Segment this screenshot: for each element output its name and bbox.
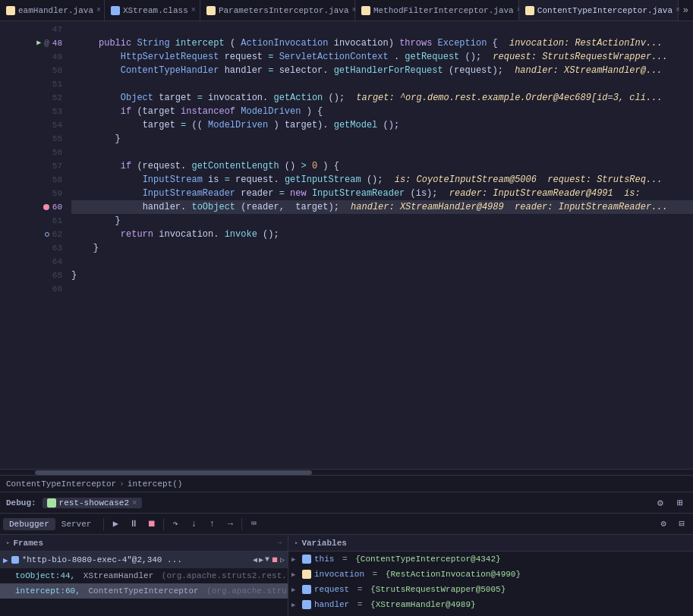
- tab-eamhandler[interactable]: eamHandler.java ×: [0, 0, 105, 20]
- debug-body: ▸ Frames → ▶ *http-bio-8080-exec-4"@2,34…: [0, 535, 693, 616]
- tab-methodfilterinterceptor[interactable]: MethodFilterInterceptor.java ×: [355, 0, 519, 20]
- tab-server[interactable]: Server: [55, 518, 98, 530]
- step-over-btn[interactable]: ↷: [167, 516, 184, 533]
- eval-btn[interactable]: ⌨: [245, 516, 262, 533]
- debug-title: Debug:: [6, 498, 36, 508]
- frames-panel-header: ▸ Frames →: [0, 535, 288, 552]
- resume-btn[interactable]: ▶: [107, 516, 124, 533]
- breakpoint-60[interactable]: [43, 204, 49, 210]
- thread-resume-btn[interactable]: ▷: [280, 555, 285, 564]
- var-expand-handler[interactable]: ▶: [291, 601, 299, 609]
- frame-entry-intercept[interactable]: intercept:60, ContentTypeInterceptor (or…: [0, 583, 288, 599]
- code-line-54: target = (( ModelDriven ) target). getMo…: [71, 118, 693, 132]
- frame-class: XStreamHandler: [78, 571, 153, 580]
- variables-panel-title: Variables: [301, 539, 346, 548]
- step-out-btn[interactable]: ↑: [203, 516, 220, 533]
- line-num-60: 60: [52, 200, 62, 214]
- var-entry-invocation[interactable]: ▶ invocation = {RestActionInvocation@499…: [288, 567, 693, 582]
- line-num-47: 47: [52, 23, 62, 36]
- var-type-icon-request: [302, 585, 311, 594]
- var-expand-this[interactable]: ▶: [291, 555, 299, 564]
- tab-contenttypeinterceptor[interactable]: ContentTypeInterceptor.java ×: [519, 0, 679, 20]
- tab-label: MethodFilterInterceptor.java: [373, 6, 514, 15]
- restore-layout-btn[interactable]: ⊟: [673, 516, 690, 533]
- stop-btn[interactable]: ⏹: [143, 516, 160, 533]
- toolbar-sep2: [163, 518, 164, 530]
- thread-entry[interactable]: ▶ *http-bio-8080-exec-4"@2,340 ... ◀ ▶ ▼…: [0, 552, 288, 568]
- breadcrumb-class: ContentTypeInterceptor: [6, 479, 116, 489]
- breadcrumb-separator: ›: [119, 479, 124, 489]
- tab-close-xstream[interactable]: ×: [191, 5, 196, 16]
- editor-scrollbar-h[interactable]: [0, 469, 693, 475]
- thread-name: *http-bio-8080-exec-4"@2,340 ...: [22, 555, 182, 564]
- debug-session-close[interactable]: ×: [132, 498, 137, 508]
- thread-icon: ▶: [3, 555, 8, 565]
- code-line-49: HttpServletRequest request = ServletActi…: [71, 50, 693, 64]
- debug-session-tab[interactable]: rest-showcase2 ×: [43, 498, 142, 508]
- line-num-59: 59: [52, 187, 62, 200]
- debug-session-name: rest-showcase2: [59, 498, 129, 508]
- java-file-icon: [6, 6, 15, 15]
- var-eq-this: =: [337, 555, 352, 564]
- code-line-66: [71, 282, 693, 296]
- line-number-gutter: 47 ▶ @ 48 49 50 51 52 53 54 55 56 57 58 …: [0, 21, 68, 469]
- frame-method2: intercept:60,: [15, 586, 80, 596]
- var-entry-request[interactable]: ▶ request = {StrutsRequestWrapper@5005}: [288, 582, 693, 597]
- pause-btn[interactable]: ⏸: [125, 516, 142, 533]
- var-type-icon-invocation: [302, 570, 311, 579]
- tab-xstream[interactable]: XStream.class ×: [105, 0, 200, 20]
- code-line-65: }: [71, 269, 693, 282]
- code-line-52: Object target = invocation. getAction ()…: [71, 91, 693, 105]
- line-num-63: 63: [52, 241, 62, 255]
- tab-label: ContentTypeInterceptor.java: [537, 6, 673, 15]
- thread-prev-btn[interactable]: ◀: [253, 555, 257, 564]
- tab-overflow-btn[interactable]: »: [679, 0, 693, 20]
- tab-bar: eamHandler.java × XStream.class × Parame…: [0, 0, 693, 21]
- var-expand-invocation[interactable]: ▶: [291, 570, 299, 579]
- thread-down-btn[interactable]: ▼: [265, 555, 269, 564]
- frames-panel: ▸ Frames → ▶ *http-bio-8080-exec-4"@2,34…: [0, 535, 288, 616]
- tab-close-eamhandler[interactable]: ×: [96, 5, 101, 16]
- code-line-48: public String intercept ( ActionInvocati…: [71, 36, 693, 50]
- tab-label: ParametersInterceptor.java: [219, 6, 349, 15]
- thread-next-btn[interactable]: ▶: [259, 555, 263, 564]
- line-num-62: 62: [52, 228, 62, 241]
- var-type-icon-this: [302, 555, 311, 564]
- debug-panel: Debug: rest-showcase2 × ⚙ ⊞ Debugger Ser…: [0, 492, 693, 616]
- line-num-58: 58: [52, 173, 62, 187]
- step-into-btn[interactable]: ↓: [185, 516, 202, 533]
- line-num-61: 61: [52, 214, 62, 228]
- tab-debugger[interactable]: Debugger: [3, 518, 55, 530]
- java-file-icon: [206, 6, 216, 15]
- var-expand-request[interactable]: ▶: [291, 586, 299, 594]
- code-line-57: if (request. getContentLength () > 0 ) {: [71, 159, 693, 173]
- var-val-this: {ContentTypeInterceptor@4342}: [355, 555, 500, 564]
- var-name-invocation: invocation: [314, 570, 364, 579]
- frame-method: toObject:44,: [15, 571, 75, 580]
- editor-area: 47 ▶ @ 48 49 50 51 52 53 54 55 56 57 58 …: [0, 21, 693, 469]
- line-num-49: 49: [52, 50, 62, 64]
- var-eq-invocation: =: [367, 570, 383, 579]
- var-entry-this[interactable]: ▶ this = {ContentTypeInterceptor@4342}: [288, 552, 693, 567]
- thread-stop-btn[interactable]: ⏹: [271, 555, 279, 564]
- var-entry-handler[interactable]: ▶ handler = {XStreamHandler@4989}: [288, 597, 693, 612]
- tab-parametersinterceptor[interactable]: ParametersInterceptor.java ×: [200, 0, 355, 20]
- code-line-59: InputStreamReader reader = new InputStre…: [71, 187, 693, 200]
- tab-label: eamHandler.java: [18, 6, 93, 15]
- frames-options-btn[interactable]: ⚙: [655, 516, 672, 533]
- code-content: public String intercept ( ActionInvocati…: [68, 21, 693, 469]
- frames-arrow-right[interactable]: →: [278, 539, 282, 547]
- var-name-handler: handler: [314, 600, 349, 609]
- code-line-47: [71, 23, 693, 36]
- debug-settings-btn[interactable]: ⚙: [654, 496, 667, 510]
- code-line-63: }: [71, 241, 693, 255]
- var-val-request: {StrutsRequestWrapper@5005}: [370, 585, 506, 594]
- frame-entry-tooobject[interactable]: toObject:44, XStreamHandler (org.apache.…: [0, 568, 288, 583]
- debug-layout-btn[interactable]: ⊞: [673, 496, 687, 510]
- line-num-51: 51: [52, 77, 62, 91]
- var-name-request: request: [314, 585, 349, 594]
- thread-run-icon: [11, 556, 19, 564]
- run-cursor-btn[interactable]: →: [222, 516, 238, 533]
- toolbar-separator: [103, 518, 104, 530]
- frame-location: (org.apache.struts2.rest...: [156, 571, 288, 580]
